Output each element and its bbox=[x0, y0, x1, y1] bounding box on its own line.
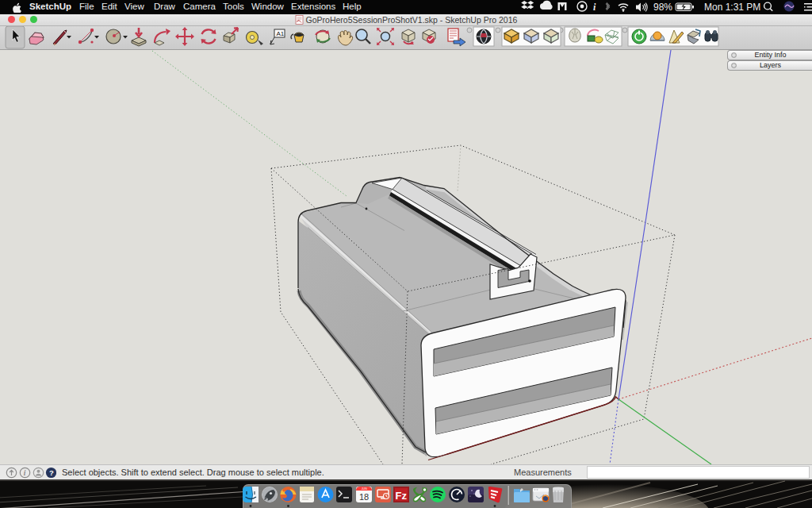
svg-text:A1: A1 bbox=[277, 30, 285, 37]
svg-text:Mon 1:31 PM: Mon 1:31 PM bbox=[704, 2, 760, 13]
svg-text:Fz: Fz bbox=[396, 490, 408, 502]
svg-text:18: 18 bbox=[359, 492, 369, 502]
svg-text:i: i bbox=[24, 469, 26, 477]
svg-text:JUN: JUN bbox=[362, 487, 367, 491]
svg-text:98%: 98% bbox=[653, 2, 672, 13]
svg-text:?: ? bbox=[49, 468, 54, 477]
svg-text:i: i bbox=[593, 2, 596, 13]
